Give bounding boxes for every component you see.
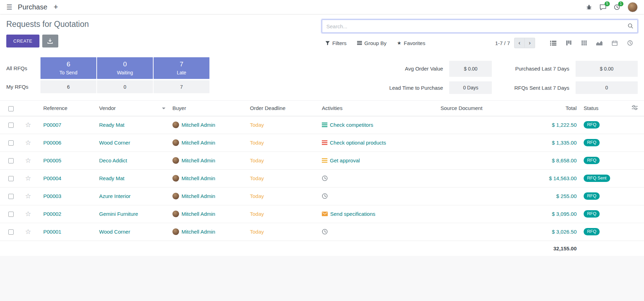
activity-view-button[interactable] [622, 38, 638, 48]
my-late-count[interactable]: 7 [154, 80, 209, 93]
calendar-view-button[interactable] [607, 38, 622, 48]
favorite-star-icon[interactable]: ☆ [25, 192, 31, 200]
activity-label[interactable]: Get approval [330, 157, 360, 163]
pager-previous-button[interactable]: ‹ [514, 38, 525, 48]
table-row[interactable]: ☆ P00004 Ready Mat Mitchell Admin Today … [0, 169, 644, 187]
create-button[interactable]: CREATE [6, 35, 39, 47]
pivot-view-button[interactable] [576, 38, 592, 48]
dashboard-stats: Avg Order Value $ 0.00 Purchased Last 7 … [389, 60, 638, 95]
download-button[interactable] [42, 35, 58, 47]
table-row[interactable]: ☆ P00005 Deco Addict Mitchell Admin Toda… [0, 152, 644, 169]
reference-link[interactable]: P00007 [43, 122, 61, 128]
messages-icon[interactable]: 5 [600, 4, 606, 10]
reference-link[interactable]: P00001 [43, 229, 61, 235]
table-row[interactable]: ☆ P00002 Gemini Furniture Mitchell Admin… [0, 205, 644, 223]
clock-icon[interactable] [322, 175, 328, 181]
pager-value[interactable]: 1-7 / 7 [495, 40, 510, 46]
tile-to-send[interactable]: 6 To Send [40, 57, 96, 79]
buyer-link[interactable]: Mitchell Admin [182, 229, 215, 235]
favorite-star-icon[interactable]: ☆ [25, 175, 31, 182]
list-yellow-icon[interactable] [322, 158, 327, 163]
favorite-star-icon[interactable]: ☆ [25, 210, 31, 218]
activity-cell[interactable]: Get approval [322, 157, 434, 163]
reference-link[interactable]: P00004 [43, 175, 61, 181]
reference-link[interactable]: P00003 [43, 193, 61, 199]
reference-link[interactable]: P00006 [43, 140, 61, 146]
table-row[interactable]: ☆ P00003 Azure Interior Mitchell Admin T… [0, 187, 644, 205]
vendor-link[interactable]: Ready Mat [99, 122, 125, 128]
tile-late[interactable]: 7 Late [154, 57, 209, 79]
plus-icon[interactable]: + [54, 3, 58, 11]
vendor-link[interactable]: Gemini Furniture [99, 211, 138, 217]
row-checkbox[interactable] [8, 140, 14, 146]
row-checkbox[interactable] [8, 229, 14, 235]
filters-button[interactable]: Filters [325, 40, 347, 46]
source-document-column-header[interactable]: Source Document [437, 101, 524, 116]
activities-clock-icon[interactable]: 1 [614, 4, 620, 10]
search-input[interactable] [322, 20, 638, 33]
app-name[interactable]: Purchase [18, 3, 47, 11]
reference-link[interactable]: P00005 [43, 157, 61, 163]
favorite-star-icon[interactable]: ☆ [25, 228, 31, 235]
activity-cell[interactable]: Check competitors [322, 122, 434, 128]
vendor-link[interactable]: Deco Addict [99, 157, 127, 163]
row-checkbox[interactable] [8, 176, 14, 181]
reference-link[interactable]: P00002 [43, 211, 61, 217]
favorite-star-icon[interactable]: ☆ [25, 121, 31, 129]
apps-menu-icon[interactable]: ☰ [6, 3, 12, 11]
buyer-link[interactable]: Mitchell Admin [182, 175, 215, 181]
envelope-orange-icon[interactable] [322, 212, 328, 216]
select-all-checkbox[interactable] [8, 106, 14, 111]
list-red-icon[interactable] [322, 140, 327, 145]
activity-label[interactable]: Check competitors [330, 122, 373, 128]
pager-next-button[interactable]: › [525, 38, 535, 48]
vendor-link[interactable]: Wood Corner [99, 229, 130, 235]
my-to-send-count[interactable]: 6 [40, 80, 96, 93]
vendor-column-header[interactable]: Vendor [96, 101, 169, 116]
activity-cell[interactable] [322, 175, 434, 181]
user-avatar[interactable] [628, 2, 638, 12]
table-row[interactable]: ☆ P00007 Ready Mat Mitchell Admin Today … [0, 116, 644, 134]
search-icon[interactable] [628, 23, 634, 30]
reference-column-header[interactable]: Reference [40, 101, 96, 116]
group-by-button[interactable]: Group By [357, 40, 386, 46]
my-waiting-count[interactable]: 0 [97, 80, 153, 93]
activity-cell[interactable]: Send specifications [322, 211, 434, 217]
favorite-star-icon[interactable]: ☆ [25, 139, 31, 146]
activity-cell[interactable] [322, 193, 434, 199]
favorite-star-icon[interactable]: ☆ [25, 157, 31, 164]
list-view-button[interactable] [546, 38, 561, 48]
vendor-link[interactable]: Wood Corner [99, 140, 130, 146]
buyer-link[interactable]: Mitchell Admin [182, 157, 215, 163]
activity-label[interactable]: Check optional products [330, 140, 386, 146]
activity-cell[interactable]: Check optional products [322, 140, 434, 146]
order-deadline-column-header[interactable]: Order Deadline [246, 101, 318, 116]
buyer-column-header[interactable]: Buyer [169, 101, 246, 116]
row-checkbox[interactable] [8, 212, 14, 217]
clock-icon[interactable] [322, 229, 328, 235]
graph-view-button[interactable] [592, 38, 607, 48]
table-row[interactable]: ☆ P00006 Wood Corner Mitchell Admin Toda… [0, 134, 644, 152]
row-checkbox[interactable] [8, 123, 14, 128]
buyer-link[interactable]: Mitchell Admin [182, 140, 215, 146]
buyer-link[interactable]: Mitchell Admin [182, 211, 215, 217]
activity-label[interactable]: Send specifications [330, 211, 375, 217]
activities-column-header[interactable]: Activities [318, 101, 437, 116]
vendor-link[interactable]: Ready Mat [99, 175, 125, 181]
table-row[interactable]: ☆ P00001 Wood Corner Mitchell Admin Toda… [0, 223, 644, 241]
row-checkbox[interactable] [8, 194, 14, 199]
row-checkbox[interactable] [8, 158, 14, 163]
kanban-view-button[interactable] [561, 38, 576, 48]
buyer-link[interactable]: Mitchell Admin [182, 122, 215, 128]
tile-waiting[interactable]: 0 Waiting [97, 57, 153, 79]
optional-columns-button[interactable] [626, 101, 644, 116]
activity-cell[interactable] [322, 229, 434, 235]
favorites-button[interactable]: ★ Favorites [397, 40, 425, 46]
clock-icon[interactable] [322, 193, 328, 199]
debug-bug-icon[interactable] [586, 5, 592, 10]
vendor-link[interactable]: Azure Interior [99, 193, 131, 199]
status-column-header[interactable]: Status [580, 101, 626, 116]
buyer-link[interactable]: Mitchell Admin [182, 193, 215, 199]
total-column-header[interactable]: Total [524, 101, 580, 116]
list-green-icon[interactable] [322, 123, 327, 127]
